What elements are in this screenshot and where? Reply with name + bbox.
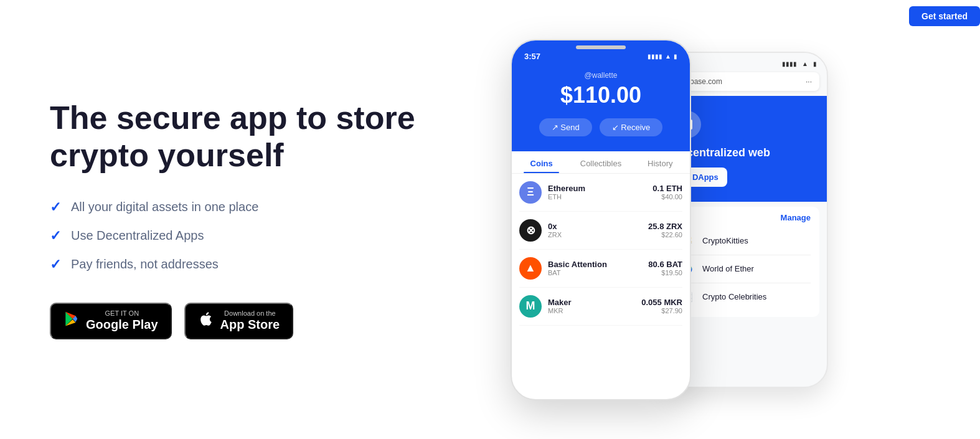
zrx-logo: ⊗ (519, 219, 542, 242)
coin-item-eth[interactable]: Ξ Ethereum ETH 0.1 ETH $40.00 (519, 174, 682, 212)
tab-history[interactable]: History (631, 151, 690, 173)
check-icon-2: ✓ (50, 228, 61, 244)
collectible-item-1[interactable]: 🐱 CryptoKitties (677, 227, 811, 255)
wallet-actions: ↗ Send ↙ Receive (522, 118, 680, 136)
app-store-button[interactable]: Download on the App Store (184, 303, 294, 339)
feature-item-1: ✓ All your digital assets in one place (50, 199, 436, 215)
eth-logo: Ξ (519, 181, 542, 204)
check-icon-3: ✓ (50, 257, 61, 273)
phone-tabs: Coins Collectibles History (512, 151, 690, 174)
phone2-battery-icon: ▮ (813, 60, 817, 67)
wifi-icon: ▲ (665, 53, 671, 60)
phone2-signal-icon: ▮▮▮▮ (782, 60, 797, 67)
mkr-logo: M (519, 295, 542, 318)
collectible-item-2[interactable]: 🌍 World of Ether (677, 255, 811, 283)
left-section: The secure app to store crypto yourself … (0, 62, 486, 377)
signal-icon: ▮▮▮▮ (648, 53, 662, 60)
receive-button[interactable]: ↙ Receive (600, 118, 663, 136)
page-wrapper: The secure app to store crypto yourself … (0, 0, 980, 439)
phone-notch (576, 45, 626, 49)
phone-main: 3:57 ▮▮▮▮ ▲ ▮ @wallette $110.00 ↗ Send (511, 39, 691, 400)
google-play-text: GET IT ON Google Play (86, 310, 158, 332)
status-bar: 3:57 ▮▮▮▮ ▲ ▮ (522, 52, 680, 61)
tab-coins[interactable]: Coins (512, 151, 571, 173)
coin-list: Ξ Ethereum ETH 0.1 ETH $40.00 ⊗ 0x ZRX (512, 174, 690, 326)
coin-item-zrx[interactable]: ⊗ 0x ZRX 25.8 ZRX $22.60 (519, 212, 682, 250)
status-icons: ▮▮▮▮ ▲ ▮ (648, 53, 677, 60)
google-play-icon (64, 311, 80, 331)
bat-logo: ▲ (519, 257, 542, 280)
coin-item-bat[interactable]: ▲ Basic Attention BAT 80.6 BAT $19.50 (519, 250, 682, 288)
feature-item-2: ✓ Use Decentralized Apps (50, 228, 436, 244)
phones-section: 3:57 ▮▮▮▮ ▲ ▮ @wallette $110.00 ↗ Send (486, 0, 980, 439)
check-icon-1: ✓ (50, 199, 61, 215)
browser-bar[interactable]: coinbase.com ··· (669, 72, 819, 91)
app-store-text: Download on the App Store (220, 310, 280, 332)
phone2-collectibles-section: Manage 🐱 CryptoKitties 🌍 World of Ether … (669, 207, 819, 317)
headline: The secure app to store crypto yourself (50, 100, 423, 174)
store-buttons: GET IT ON Google Play Download on the Ap… (50, 303, 436, 339)
send-button[interactable]: ↗ Send (539, 118, 592, 136)
tab-collectibles[interactable]: Collectibles (571, 151, 630, 173)
coin-item-mkr[interactable]: M Maker MKR 0.055 MKR $27.90 (519, 288, 682, 326)
google-play-button[interactable]: GET IT ON Google Play (50, 303, 172, 339)
collectible-item-3[interactable]: 📊 Crypto Celebrities (677, 283, 811, 311)
phone-header: 3:57 ▮▮▮▮ ▲ ▮ @wallette $110.00 ↗ Send (512, 40, 690, 151)
features-list: ✓ All your digital assets in one place ✓… (50, 199, 436, 273)
get-started-button[interactable]: Get started (909, 6, 980, 26)
battery-icon: ▮ (674, 53, 677, 60)
phone2-wifi-icon: ▲ (802, 60, 808, 67)
feature-item-3: ✓ Pay friends, not addresses (50, 257, 436, 273)
wallet-info: @wallette $110.00 ↗ Send ↙ Receive (522, 71, 680, 151)
apple-icon (198, 311, 214, 331)
